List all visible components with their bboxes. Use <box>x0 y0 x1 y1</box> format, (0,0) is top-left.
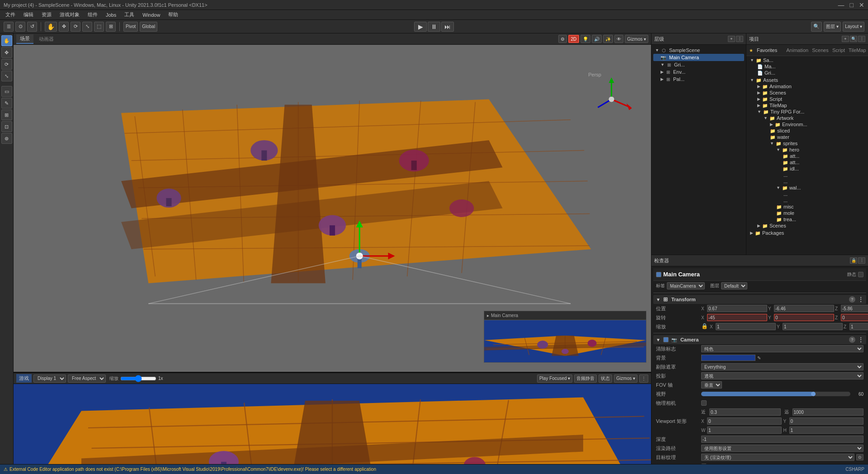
hierarchy-item-scene[interactable]: ▼ ⬡ SampleScene <box>653 47 744 54</box>
project-add-btn[interactable]: + <box>842 36 849 42</box>
transform-rect-btn[interactable]: ⬚ <box>94 22 104 32</box>
project-tree-gri[interactable]: 📄 Gri... <box>748 70 866 76</box>
projection-dropdown[interactable]: 透视 <box>701 372 863 379</box>
project-animation[interactable]: ▶ 📁 Animation <box>748 83 866 90</box>
near-input[interactable]: 0.3 <box>709 408 781 416</box>
transform-help-btn[interactable]: ? <box>849 296 855 303</box>
play-focused-btn[interactable]: Play Focused ▾ <box>537 374 572 383</box>
project-hero[interactable]: ▼ 📁 hero <box>748 147 866 153</box>
pos-y-input[interactable]: -6.46 <box>774 305 834 312</box>
tool-edit[interactable]: ✎ <box>1 98 12 109</box>
transform-move-btn[interactable]: ✥ <box>59 22 69 32</box>
inspector-lock-btn[interactable]: 🔒 <box>850 257 857 264</box>
tag-dropdown[interactable]: MainCamera <box>667 282 705 289</box>
culling-mask-dropdown[interactable]: Everything <box>701 363 863 370</box>
project-hero-idl[interactable]: 📁 idl... <box>748 166 866 172</box>
menu-file[interactable]: 文件 <box>2 10 19 19</box>
tool-custom1[interactable]: ⊞ <box>1 109 12 120</box>
close-btn[interactable]: ✕ <box>859 1 864 9</box>
layout-dropdown[interactable]: Layout ▾ <box>843 22 864 32</box>
game-menu-btn[interactable]: ⋮ <box>639 374 648 383</box>
project-tilemap[interactable]: ▶ 📁 TileMap <box>748 102 866 109</box>
menu-assets[interactable]: 资源 <box>38 10 55 19</box>
tool-rotate[interactable]: ⟳ <box>1 59 12 70</box>
scene-fx-btn[interactable]: ✨ <box>603 35 613 43</box>
project-tree-ma[interactable]: 📄 Ma... <box>748 63 866 70</box>
audio-mute-btn[interactable]: 音频静音 <box>574 374 597 383</box>
project-scenes-folder[interactable]: ▶ 📁 Scenes <box>748 223 866 229</box>
scene-tab-animator[interactable]: 动画器 <box>35 35 57 43</box>
toolbar-cloud-btn[interactable]: ⊙ <box>15 22 25 32</box>
pos-x-input[interactable]: 0.67 <box>707 305 767 312</box>
rot-x-input[interactable]: -45 <box>707 314 767 321</box>
hierarchy-item-grid[interactable]: ▼ ⊞ Gri... <box>653 61 744 68</box>
scene-gizmos-btn[interactable]: Gizmos ▾ <box>625 35 648 43</box>
background-color-box[interactable] <box>701 355 755 361</box>
game-tab[interactable]: 游戏 <box>16 374 32 383</box>
project-search-btn[interactable]: 🔍 <box>850 36 857 42</box>
project-script[interactable]: ▶ 📁 Script <box>748 96 866 102</box>
far-input[interactable]: 1000 <box>793 408 864 416</box>
game-gizmos-btn[interactable]: Gizmos ▾ <box>614 374 637 383</box>
minimize-btn[interactable]: — <box>838 1 844 9</box>
toolbar-account-btn[interactable]: ☰ <box>4 22 14 32</box>
menu-window[interactable]: Window <box>139 11 164 19</box>
rot-y-input[interactable]: 0 <box>774 314 834 321</box>
project-tinyrpg[interactable]: ▼ 📁 Tiny RPG For... <box>748 109 866 115</box>
search-btn[interactable]: 🔍 <box>811 22 822 32</box>
project-hero-item1[interactable]: ... <box>748 172 866 178</box>
target-texture-pick-btn[interactable]: ⊙ <box>856 454 863 460</box>
scene-audio-btn[interactable]: 🔊 <box>592 35 602 43</box>
vp-w-input[interactable]: 1 <box>707 427 782 434</box>
pivot-btn[interactable]: Pivot <box>123 22 138 32</box>
hierarchy-menu-btn[interactable]: ⋮ <box>736 36 743 42</box>
project-packages[interactable]: ▶ 📁 Packages <box>748 230 866 236</box>
project-hero-item2[interactable]: ... <box>748 178 866 185</box>
rot-z-input[interactable]: 0 <box>841 314 868 321</box>
color-edit-btn[interactable]: ✎ <box>757 356 761 360</box>
play-button[interactable]: ▶ <box>414 22 427 32</box>
transform-menu-btn[interactable]: ⋮ <box>858 296 863 303</box>
maximize-btn[interactable]: □ <box>850 1 854 9</box>
render-path-dropdown[interactable]: 使用图形设置 <box>701 445 863 452</box>
project-wal-item2[interactable]: ... <box>748 197 866 204</box>
scene-2d-btn[interactable]: 2D <box>568 35 580 43</box>
menu-jobs[interactable]: Jobs <box>102 11 120 19</box>
project-scenes[interactable]: ▶ 📁 Scenes <box>748 90 866 96</box>
pause-button[interactable]: ⏸ <box>428 22 440 32</box>
favorites-label[interactable]: Favorites <box>757 47 777 53</box>
project-assets-root[interactable]: ▼ 📁 Assets <box>748 77 866 83</box>
tool-hand[interactable]: ✋ <box>1 35 12 46</box>
fav-animation[interactable]: Animation <box>786 47 808 53</box>
tool-move[interactable]: ✥ <box>1 47 12 58</box>
aspect-select[interactable]: Free Aspect <box>68 374 106 383</box>
project-misc[interactable]: 📁 misc <box>748 204 866 210</box>
menu-tools[interactable]: 工具 <box>121 10 138 19</box>
fav-tilemap[interactable]: TileMap <box>849 47 866 53</box>
scale-x-input[interactable]: 1 <box>716 323 776 330</box>
step-button[interactable]: ⏭ <box>441 22 454 32</box>
hierarchy-add-btn[interactable]: + <box>728 36 735 42</box>
project-hero-att2[interactable]: 📁 att... <box>748 159 866 166</box>
inspector-menu-btn[interactable]: ⋮ <box>858 257 865 264</box>
project-menu-btn[interactable]: ⋮ <box>858 36 865 42</box>
project-artwork[interactable]: ▼ 📁 Artwork <box>748 115 866 121</box>
menu-edit[interactable]: 编辑 <box>20 10 37 19</box>
physics-camera-checkbox[interactable] <box>701 400 707 406</box>
fov-slider-thumb[interactable] <box>811 392 816 396</box>
transform-rotate-btn[interactable]: ⟳ <box>71 22 80 32</box>
vp-y-input[interactable]: 0 <box>789 417 864 425</box>
clear-flags-dropdown[interactable]: 纯色 <box>701 345 863 352</box>
tool-custom3[interactable]: ⊛ <box>1 133 12 144</box>
depth-input[interactable]: -1 <box>701 436 863 443</box>
fav-scenes[interactable]: Scenes <box>812 47 829 53</box>
hierarchy-item-env[interactable]: ▶ ⊞ Env... <box>653 68 744 76</box>
project-environ[interactable]: ▶ 📁 Environm... <box>748 121 866 128</box>
display-select[interactable]: Display 1 <box>33 374 66 383</box>
project-water[interactable]: 📁 water <box>748 134 866 140</box>
scale-y-input[interactable]: 1 <box>783 323 843 330</box>
scale-z-input[interactable]: 1 <box>849 323 868 330</box>
camera-enabled-checkbox[interactable] <box>663 337 669 342</box>
transform-header[interactable]: ▼ ⊞ Transform ? ⋮ <box>653 295 866 304</box>
scene-hidden-btn[interactable]: 👁 <box>614 35 623 43</box>
